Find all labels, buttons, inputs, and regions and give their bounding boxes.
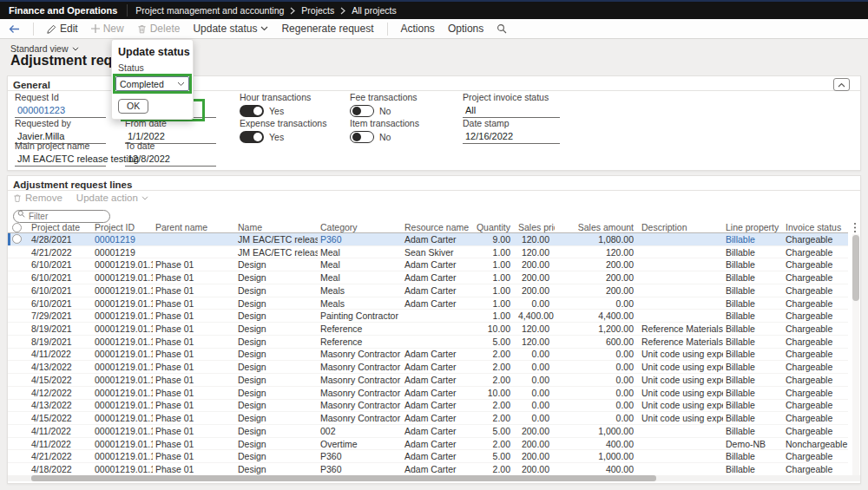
table-row[interactable]: 4/15/202200001219.01.10Phase 01DesignMas… <box>8 374 848 387</box>
cell-category[interactable]: Masonry Contractor <box>318 375 402 385</box>
cell-date[interactable]: 4/21/2022 <box>29 247 92 258</box>
cell-parent[interactable]: Phase 01 <box>153 310 235 321</box>
cell-resource[interactable]: Adam Carter <box>402 439 472 449</box>
table-row[interactable]: 4/11/202200001219.01.10Phase 01Design002… <box>8 425 848 438</box>
cell-project_id[interactable]: 00001219.01.10 <box>92 439 153 449</box>
cell-date[interactable]: 6/10/2021 <box>29 298 92 309</box>
status-combobox[interactable]: Completed <box>115 76 189 91</box>
cell-date[interactable]: 4/18/2022 <box>29 464 92 474</box>
cell-resource[interactable]: Adam Carter <box>402 413 472 423</box>
cell-sales_price[interactable]: 200.00 <box>516 451 555 461</box>
cell-name[interactable]: Design <box>235 400 318 410</box>
cell-invoice_status[interactable]: Chargeable <box>783 375 848 385</box>
column-header-project_id[interactable]: Project ID <box>92 222 153 232</box>
table-row[interactable]: 6/10/202100001219.01.10Phase 01DesignMea… <box>8 284 848 297</box>
cell-sales_amount[interactable]: 200.00 <box>555 285 639 296</box>
table-row[interactable]: 6/10/202100001219.01.10Phase 01DesignMea… <box>8 258 848 271</box>
cell-line_property[interactable]: Billable <box>723 426 783 436</box>
cell-description[interactable]: Unit code using expenses <box>639 413 723 423</box>
cell-sales_amount[interactable]: 200.00 <box>555 259 639 270</box>
table-row[interactable]: 4/18/202200001219.01.10Phase 01DesignP36… <box>8 463 848 476</box>
cell-category[interactable]: P360 <box>318 451 402 461</box>
edit-button[interactable]: Edit <box>47 23 78 35</box>
cell-sales_price[interactable]: 0.00 <box>516 413 555 423</box>
cell-quantity[interactable]: 5.00 <box>472 451 516 461</box>
cell-project_id[interactable]: 00001219.01.10 <box>92 323 153 334</box>
cell-sales_amount[interactable]: 0.00 <box>555 362 639 372</box>
cell-invoice_status[interactable]: Chargeable <box>783 272 848 283</box>
cell-resource[interactable]: Adam Carter <box>402 234 472 245</box>
cell-parent[interactable]: Phase 01 <box>153 323 235 334</box>
request-id-value[interactable]: 000001223 <box>15 104 106 118</box>
cell-parent[interactable]: Phase 01 <box>153 336 235 347</box>
cell-quantity[interactable]: 1.00 <box>472 298 516 309</box>
cell-quantity[interactable]: 1.00 <box>472 272 516 283</box>
cell-line_property[interactable]: Billable <box>723 259 783 270</box>
cell-project_id[interactable]: 00001219.01.10 <box>92 400 153 410</box>
cell-date[interactable]: 4/13/2022 <box>29 400 92 410</box>
column-header-line_property[interactable]: Line property <box>723 222 783 232</box>
cell-resource[interactable]: Adam Carter <box>402 375 472 385</box>
cell-project_id[interactable]: 00001219.01.10 <box>92 426 153 436</box>
table-row[interactable]: 4/13/202200001219.01.10Phase 01DesignMas… <box>8 400 848 413</box>
expense-transactions-toggle[interactable] <box>240 131 264 143</box>
cell-parent[interactable]: Phase 01 <box>153 375 235 385</box>
cell-invoice_status[interactable]: Chargeable <box>783 349 848 359</box>
cell-parent[interactable]: Phase 01 <box>153 272 235 283</box>
cell-sales_amount[interactable]: 400.00 <box>555 439 639 449</box>
cell-sales_price[interactable]: 0.00 <box>516 349 555 359</box>
cell-line_property[interactable]: Billable <box>723 464 783 474</box>
cell-category[interactable]: Meals <box>318 298 402 309</box>
cell-project_id[interactable]: 00001219.01.10 <box>92 285 153 296</box>
cell-resource[interactable]: Adam Carter <box>402 272 472 283</box>
cell-category[interactable]: Meal <box>318 259 402 270</box>
cell-sales_price[interactable]: 0.00 <box>516 362 555 372</box>
cell-invoice_status[interactable]: Chargeable <box>783 400 848 410</box>
table-row[interactable]: 6/10/202100001219.01.10Phase 01DesignMea… <box>8 271 848 284</box>
cell-sales_amount[interactable]: 400.00 <box>555 464 639 474</box>
cell-parent[interactable]: Phase 01 <box>153 388 235 398</box>
actions-button[interactable]: Actions <box>401 23 435 35</box>
cell-date[interactable]: 4/15/2022 <box>29 375 92 385</box>
cell-sales_price[interactable]: 200.00 <box>516 272 555 283</box>
cell-line_property[interactable]: Billable <box>723 310 783 321</box>
column-options-icon[interactable] <box>853 222 857 233</box>
cell-parent[interactable]: Phase 01 <box>153 464 235 474</box>
cell-description[interactable]: Unit code using expenses <box>639 375 723 385</box>
cell-sales_price[interactable]: 120.00 <box>516 247 555 258</box>
column-header-description[interactable]: Description <box>639 222 723 232</box>
cell-quantity[interactable]: 2.00 <box>472 375 516 385</box>
cell-sales_price[interactable]: 0.00 <box>516 400 555 410</box>
cell-invoice_status[interactable]: Nonchargeable <box>783 439 848 449</box>
row-select-radio[interactable] <box>8 234 29 244</box>
cell-category[interactable]: Reference <box>318 323 402 334</box>
cell-project_id[interactable]: 00001219.01.10 <box>92 336 153 347</box>
cell-date[interactable]: 4/15/2022 <box>29 413 92 423</box>
filter-input[interactable] <box>13 210 110 223</box>
cell-parent[interactable]: Phase 01 <box>153 413 235 423</box>
cell-project_id[interactable]: 00001219 <box>92 234 153 245</box>
cell-parent[interactable]: Phase 01 <box>153 400 235 410</box>
main-project-name-value[interactable]: JM EAC/ETC release testing <box>15 153 106 167</box>
cell-invoice_status[interactable]: Chargeable <box>783 426 848 436</box>
column-header-category[interactable]: Category <box>318 222 402 232</box>
cell-sales_amount[interactable]: 0.00 <box>555 298 639 309</box>
cell-quantity[interactable]: 10.00 <box>472 323 516 334</box>
to-date-value[interactable]: 12/8/2022 <box>125 153 216 167</box>
table-row[interactable]: 4/12/202200001219.01.10Phase 01DesignMas… <box>8 387 848 400</box>
cell-project_id[interactable]: 00001219.01.10 <box>92 349 153 359</box>
cell-sales_amount[interactable]: 1,000.00 <box>555 451 639 461</box>
vertical-scrollbar[interactable] <box>852 234 859 476</box>
cell-description[interactable]: Unit code using expenses <box>639 400 723 410</box>
cell-invoice_status[interactable]: Chargeable <box>783 464 848 474</box>
cell-resource[interactable]: Adam Carter <box>402 259 472 270</box>
cell-sales_amount[interactable]: 0.00 <box>555 349 639 359</box>
cell-name[interactable]: Design <box>235 362 318 372</box>
horizontal-scrollbar[interactable] <box>8 475 860 481</box>
table-row[interactable]: 4/21/202200001219.01.10Phase 01DesignP36… <box>8 450 848 463</box>
vertical-scrollbar-thumb[interactable] <box>852 235 859 301</box>
delete-button[interactable]: Delete <box>137 23 181 35</box>
cell-parent[interactable]: Phase 01 <box>153 285 235 296</box>
column-header-date[interactable]: Project date <box>29 222 92 232</box>
cell-quantity[interactable]: 1.00 <box>472 247 516 258</box>
